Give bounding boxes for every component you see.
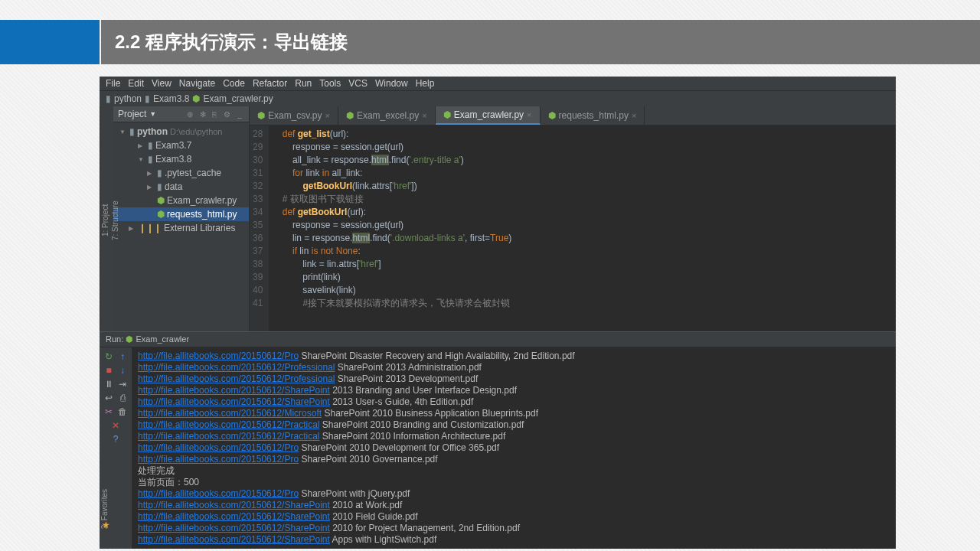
close-icon[interactable]: × xyxy=(422,111,426,120)
slide-accent xyxy=(0,20,100,64)
console-link[interactable]: http://file.allitebooks.com/20150612/Sha… xyxy=(138,534,330,545)
console-link[interactable]: http://file.allitebooks.com/20150612/Pro xyxy=(138,454,299,465)
console-link[interactable]: http://file.allitebooks.com/20150612/Mic… xyxy=(138,408,322,419)
menu-view[interactable]: View xyxy=(152,78,172,89)
scissors-icon[interactable]: ✂ xyxy=(103,406,115,418)
console-link[interactable]: http://file.allitebooks.com/20150612/Sha… xyxy=(138,500,330,510)
breadcrumb-root[interactable]: python xyxy=(114,93,142,104)
console-link[interactable]: http://file.allitebooks.com/20150612/Pro xyxy=(138,442,299,453)
folder-icon: ▮ xyxy=(106,93,111,104)
stop-icon[interactable]: ■ xyxy=(103,364,115,377)
menu-tools[interactable]: Tools xyxy=(319,78,341,89)
project-header: Project ▼ ⊕ ✻ ⎘ ⚙ ⎯ xyxy=(113,106,249,122)
up-icon[interactable]: ↑ xyxy=(116,350,129,363)
slide-title: 2.2 程序执行演示：导出链接 xyxy=(101,20,980,64)
python-icon: ⬢ xyxy=(192,93,200,104)
editor-tab[interactable]: ⬢Exam_crawler.py× xyxy=(436,106,541,125)
tab-structure[interactable]: 7: Structure xyxy=(110,112,120,328)
tree-item[interactable]: ▶❙❙❙External Libraries xyxy=(113,221,249,235)
close-icon[interactable]: × xyxy=(325,111,329,120)
editor-tab[interactable]: ⬢Exam_csv.py× xyxy=(250,106,338,125)
wrap-icon[interactable]: ↩ xyxy=(103,392,115,404)
project-panel: Project ▼ ⊕ ✻ ⎘ ⚙ ⎯ ▼▮ python D:\edu\pyt… xyxy=(113,106,250,331)
ide-window: FileEditViewNavigateCodeRefactorRunTools… xyxy=(100,77,896,532)
editor-area: ⬢Exam_csv.py×⬢Exam_excel.py×⬢Exam_crawle… xyxy=(250,106,896,331)
menu-code[interactable]: Code xyxy=(223,78,245,89)
tree-item[interactable]: ▼▮Exam3.8 xyxy=(113,152,249,166)
menu-run[interactable]: Run xyxy=(295,78,312,89)
menu-refactor[interactable]: Refactor xyxy=(253,78,287,89)
tree-item[interactable]: ▶▮data xyxy=(113,180,249,194)
console-link[interactable]: http://file.allitebooks.com/20150612/Pro… xyxy=(138,362,335,373)
folder-icon: ▮ xyxy=(145,93,150,104)
code-content[interactable]: def get_list(url): response = session.ge… xyxy=(269,126,896,331)
star-icon[interactable]: ★ xyxy=(102,520,110,530)
breadcrumb-folder[interactable]: Exam3.8 xyxy=(153,93,189,104)
trash-icon[interactable]: 🗑 xyxy=(116,406,129,418)
layout-icon[interactable]: ⇥ xyxy=(116,378,129,390)
pause-icon[interactable]: ⏸ xyxy=(103,378,115,390)
run-header[interactable]: Run: ⬢ Exam_crawler xyxy=(100,332,896,347)
menu-edit[interactable]: Edit xyxy=(128,78,144,89)
menu-bar: FileEditViewNavigateCodeRefactorRunTools… xyxy=(100,77,896,91)
run-panel: Run: ⬢ Exam_crawler ↻↑ ■↓ ⏸⇥ ↩⎙ ✂🗑 ✕ ? h… xyxy=(100,331,896,549)
rerun-icon[interactable]: ↻ xyxy=(103,350,115,363)
console-link[interactable]: http://file.allitebooks.com/20150612/Sha… xyxy=(138,523,330,533)
console-link[interactable]: http://file.allitebooks.com/20150612/Pra… xyxy=(138,431,319,442)
code-editor[interactable]: 2829303132333435363738394041 def get_lis… xyxy=(250,126,896,331)
close-icon[interactable]: × xyxy=(527,110,531,119)
down-icon[interactable]: ↓ xyxy=(116,364,129,377)
console-link[interactable]: http://file.allitebooks.com/20150612/Sha… xyxy=(138,385,330,396)
console-link[interactable]: http://file.allitebooks.com/20150612/Sha… xyxy=(138,511,330,522)
editor-tab[interactable]: ⬢requests_html.py× xyxy=(541,106,645,125)
console-link[interactable]: http://file.allitebooks.com/20150612/Pro… xyxy=(138,373,335,384)
editor-tabs: ⬢Exam_csv.py×⬢Exam_excel.py×⬢Exam_crawle… xyxy=(250,106,896,126)
tree-item[interactable]: ▶▮Exam3.7 xyxy=(113,139,249,152)
close-icon[interactable]: ✕ xyxy=(109,419,122,432)
tree-root[interactable]: ▼▮ python D:\edu\python xyxy=(113,125,249,139)
console-link[interactable]: http://file.allitebooks.com/20150612/Pro xyxy=(138,488,299,499)
tree-item[interactable]: ⬢requests_html.py xyxy=(113,207,249,221)
breadcrumb: ▮ python ▮ Exam3.8 ⬢ Exam_crawler.py xyxy=(100,91,896,106)
menu-file[interactable]: File xyxy=(106,78,120,89)
breadcrumb-file[interactable]: Exam_crawler.py xyxy=(203,93,273,104)
console-link[interactable]: http://file.allitebooks.com/20150612/Sha… xyxy=(138,396,330,407)
editor-tab[interactable]: ⬢Exam_excel.py× xyxy=(338,106,436,125)
line-gutter: 2829303132333435363738394041 xyxy=(250,126,269,331)
print-icon[interactable]: ⎙ xyxy=(116,392,129,404)
close-icon[interactable]: × xyxy=(632,111,636,120)
menu-navigate[interactable]: Navigate xyxy=(179,78,215,89)
console-link[interactable]: http://file.allitebooks.com/20150612/Pro xyxy=(138,350,299,361)
menu-vcs[interactable]: VCS xyxy=(348,78,368,89)
console-link[interactable]: http://file.allitebooks.com/20150612/Pra… xyxy=(138,419,319,430)
left-tool-tabs: 1: Project 7: Structure xyxy=(100,106,113,331)
tree-item[interactable]: ⬢Exam_crawler.py xyxy=(113,194,249,207)
menu-window[interactable]: Window xyxy=(375,78,408,89)
help-icon[interactable]: ? xyxy=(109,433,122,445)
console-output[interactable]: http://file.allitebooks.com/20150612/Pro… xyxy=(132,347,896,549)
tab-project[interactable]: 1: Project xyxy=(100,112,110,328)
tree-item[interactable]: ▶▮.pytest_cache xyxy=(113,166,249,180)
project-tree: ▼▮ python D:\edu\python ▶▮Exam3.7▼▮Exam3… xyxy=(113,122,249,237)
project-toolbar[interactable]: ⊕ ✻ ⎘ ⚙ ⎯ xyxy=(187,110,244,119)
menu-help[interactable]: Help xyxy=(416,78,435,89)
project-label[interactable]: Project xyxy=(118,109,146,119)
